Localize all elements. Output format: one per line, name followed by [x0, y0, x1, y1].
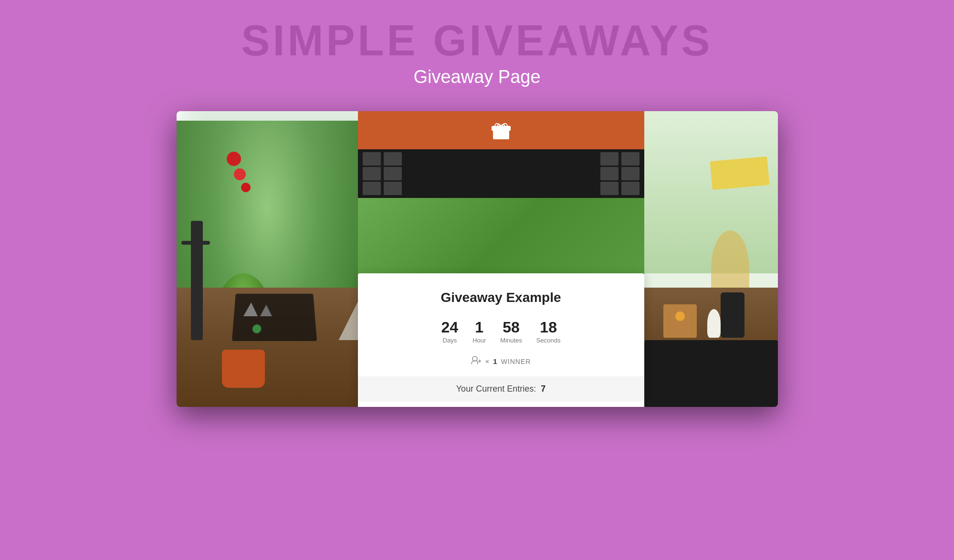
countdown-seconds: 18 Seconds: [536, 320, 561, 344]
site-title: SIMPLE GIVEAWAYS: [0, 19, 954, 62]
screenshot-wrapper: Giveaway Example 24 Days 1 Hour 58 Minut…: [177, 111, 778, 407]
winner-count: 1: [493, 357, 497, 365]
winner-icon: [471, 356, 482, 367]
giveaway-card: Giveaway Example 24 Days 1 Hour 58 Minut…: [358, 273, 644, 407]
monitor-area: [358, 111, 644, 288]
days-label: Days: [441, 337, 459, 344]
minutes-label: Minutes: [500, 337, 522, 344]
svg-rect-2: [500, 126, 503, 139]
winner-row: × 1 WINNER: [377, 356, 625, 367]
page-subtitle: Giveaway Page: [0, 67, 954, 87]
entries-bar: Your Current Entries: 7: [358, 376, 644, 402]
monitor-header-bar: [358, 111, 644, 149]
days-value: 24: [441, 320, 459, 335]
entries-count: 7: [541, 384, 545, 394]
winner-x: ×: [485, 357, 490, 365]
desktop-bg: Giveaway Example 24 Days 1 Hour 58 Minut…: [177, 111, 778, 407]
winner-label: WINNER: [501, 358, 531, 365]
seconds-value: 18: [536, 320, 561, 335]
entries-text: Your Current Entries:: [456, 384, 536, 394]
countdown-days: 24 Days: [441, 320, 459, 344]
hours-label: Hour: [472, 337, 486, 344]
countdown-minutes: 58 Minutes: [500, 320, 522, 344]
header-area: SIMPLE GIVEAWAYS Giveaway Page: [0, 0, 954, 111]
countdown-hours: 1 Hour: [472, 320, 486, 344]
countdown-row: 24 Days 1 Hour 58 Minutes 18 Seconds: [377, 320, 625, 344]
hours-value: 1: [472, 320, 486, 335]
giveaway-title: Giveaway Example: [377, 290, 625, 305]
minutes-value: 58: [500, 320, 522, 335]
seconds-label: Seconds: [536, 337, 561, 344]
gift-icon: [489, 118, 513, 142]
